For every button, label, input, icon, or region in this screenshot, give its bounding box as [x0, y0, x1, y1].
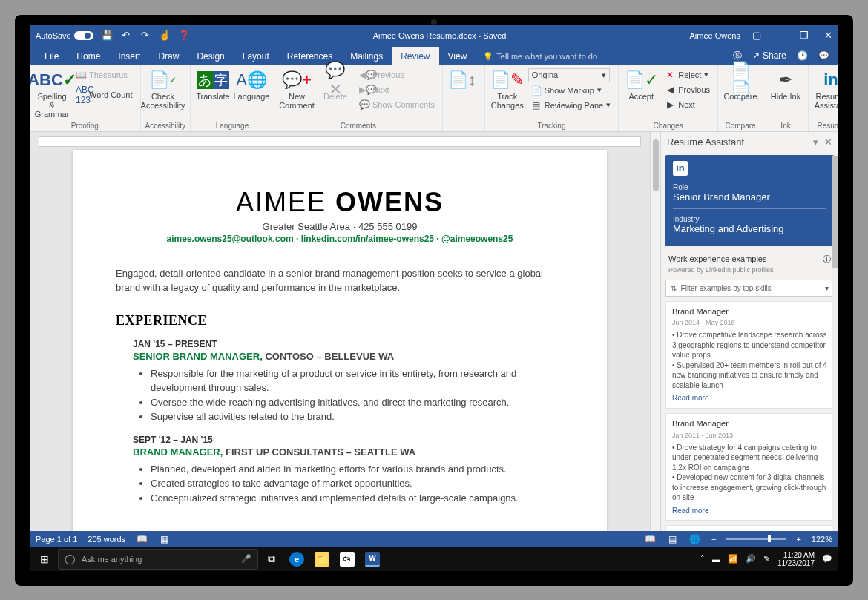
- document-area[interactable]: AIMEE OWENS Greater Seattle Area · 425 5…: [30, 132, 650, 531]
- web-layout-icon[interactable]: 🌐: [689, 533, 701, 545]
- job-title-line: SENIOR BRAND MANAGER, CONTOSO – BELLEVUE…: [133, 351, 564, 362]
- show-markup-button[interactable]: 📄Show Markup ▾: [528, 84, 614, 97]
- tab-view[interactable]: View: [439, 47, 476, 65]
- tab-design[interactable]: Design: [188, 47, 233, 65]
- previous-comment-button[interactable]: ◀💬Previous: [356, 68, 438, 82]
- vertical-scrollbar[interactable]: [650, 132, 660, 531]
- pen-icon[interactable]: ✎: [763, 554, 770, 564]
- taskbar-app-explorer[interactable]: 📁: [310, 547, 334, 571]
- compare-button[interactable]: 📄📄 Compare: [723, 68, 758, 102]
- zoom-level[interactable]: 122%: [812, 535, 832, 544]
- print-layout-icon[interactable]: ▤: [667, 533, 679, 545]
- pane-scrollbar[interactable]: [832, 156, 838, 527]
- thesaurus-button[interactable]: 📖Thesaurus: [73, 68, 136, 82]
- filter-skills-dropdown[interactable]: ⇅ Filter examples by top skills ▾: [665, 280, 834, 297]
- reject-button[interactable]: ✕Reject ▾: [662, 68, 713, 82]
- zoom-out-icon[interactable]: −: [711, 535, 716, 544]
- word-count-button[interactable]: ABC123Word Count: [73, 83, 136, 107]
- wifi-icon[interactable]: 📶: [728, 554, 738, 564]
- track-changes-button[interactable]: 📄✎ Track Changes: [490, 68, 525, 111]
- action-center-icon[interactable]: 💬: [822, 554, 832, 564]
- accessibility-icon: 📄✓: [149, 70, 177, 90]
- industry-value[interactable]: Marketing and Advertising: [673, 223, 826, 234]
- new-comment-button[interactable]: 💬+ New Comment: [279, 68, 315, 111]
- language-button[interactable]: A🌐 Language: [234, 68, 269, 102]
- hide-ink-button[interactable]: ✒ Hide Ink: [768, 68, 803, 102]
- undo-icon[interactable]: ↶: [120, 30, 132, 42]
- display-for-review-dropdown[interactable]: Original▾: [528, 68, 610, 82]
- comments-toggle-icon[interactable]: 💬: [818, 50, 829, 61]
- user-name[interactable]: Aimee Owens: [690, 31, 740, 40]
- tab-draw[interactable]: Draw: [149, 47, 188, 65]
- tray-chevron-icon[interactable]: ˄: [700, 554, 705, 564]
- zoom-in-icon[interactable]: +: [796, 535, 800, 544]
- example-title: Brand Manager: [672, 306, 827, 317]
- example-bullet: • Developed new content for 3 digital ch…: [672, 472, 827, 503]
- check-accessibility-button[interactable]: 📄✓ Check Accessibility: [145, 68, 181, 111]
- cortana-search[interactable]: ◯ Ask me anything 🎤: [58, 549, 258, 570]
- volume-icon[interactable]: 🔊: [746, 554, 756, 564]
- share-button[interactable]: ↗ Share: [752, 50, 786, 61]
- read-mode-icon[interactable]: 📖: [645, 533, 657, 545]
- experience-example-card: Brand Manager Jan 2011 - Jun 2013 • Drov…: [665, 413, 834, 521]
- tab-review[interactable]: Review: [392, 47, 438, 65]
- info-icon[interactable]: ⓘ: [823, 254, 831, 265]
- tab-insert[interactable]: Insert: [109, 47, 149, 65]
- next-change-button[interactable]: ▶Next: [662, 98, 713, 111]
- wordcount-icon: ABC123: [76, 85, 86, 105]
- autosave-toggle[interactable]: AutoSave: [36, 31, 93, 40]
- pane-close-icon[interactable]: ✕: [824, 136, 832, 148]
- tab-file[interactable]: File: [36, 47, 68, 65]
- taskbar-app-word[interactable]: W: [361, 547, 384, 571]
- delete-comment-button[interactable]: 💬✕ Delete: [318, 68, 353, 102]
- battery-icon[interactable]: ▬: [712, 555, 720, 564]
- simple-markup-toggle[interactable]: 📄↕: [444, 68, 480, 92]
- resume-assistant-button[interactable]: in Resume Assistant: [813, 68, 838, 111]
- taskbar-app-edge[interactable]: e: [285, 547, 309, 571]
- resume-group-label: Resume: [813, 120, 838, 130]
- tab-home[interactable]: Home: [68, 47, 109, 65]
- horizontal-ruler[interactable]: [39, 136, 641, 147]
- reviewing-pane-button[interactable]: ▤Reviewing Pane ▾: [528, 99, 614, 112]
- page-indicator[interactable]: Page 1 of 1: [36, 535, 77, 544]
- close-icon[interactable]: ✕: [821, 28, 835, 43]
- show-comments-button[interactable]: 💬Show Comments: [356, 98, 438, 111]
- job-title-line: BRAND MANAGER, FIRST UP CONSULTANTS – SE…: [133, 446, 564, 458]
- reviewing-pane-icon: ▤: [531, 100, 542, 111]
- tell-me-search[interactable]: 💡 Tell me what you want to do: [476, 48, 605, 65]
- help-icon[interactable]: ❓: [178, 30, 190, 42]
- resume-links-line: aimee.owens25@outlook.com · linkedin.com…: [116, 234, 564, 244]
- translate-button[interactable]: あ字 Translate: [195, 68, 231, 102]
- history-icon[interactable]: 🕑: [797, 50, 808, 61]
- previous-change-button[interactable]: ◀Previous: [662, 83, 713, 96]
- chevron-down-icon: ▾: [825, 284, 829, 292]
- minimize-icon[interactable]: —: [773, 28, 788, 43]
- spelling-grammar-button[interactable]: ABC✓ Spelling & Grammar: [34, 68, 70, 120]
- spellcheck-status-icon[interactable]: 📖: [136, 533, 148, 545]
- start-button[interactable]: ⊞: [33, 547, 56, 571]
- tab-layout[interactable]: Layout: [234, 47, 278, 65]
- taskbar-app-store[interactable]: 🛍: [335, 547, 359, 571]
- task-view-button[interactable]: ⧉: [260, 547, 283, 571]
- redo-icon[interactable]: ↷: [139, 30, 151, 42]
- word-count-indicator[interactable]: 205 words: [88, 535, 125, 544]
- zoom-slider[interactable]: [726, 538, 786, 540]
- ribbon-display-icon[interactable]: ▢: [749, 28, 764, 43]
- microphone-icon[interactable]: 🎤: [241, 554, 251, 564]
- macro-status-icon[interactable]: ▦: [158, 533, 170, 545]
- save-icon[interactable]: 💾: [101, 30, 113, 42]
- pane-dropdown-icon[interactable]: ▾: [813, 136, 818, 148]
- read-more-link[interactable]: Read more: [672, 506, 827, 516]
- role-value[interactable]: Senior Brand Manager: [673, 191, 826, 202]
- next-comment-button[interactable]: ▶💬Next: [356, 83, 438, 96]
- accept-button[interactable]: 📄✓ Accept: [623, 68, 659, 102]
- work-experience-heading: Work experience examples: [668, 254, 766, 263]
- document-page[interactable]: AIMEE OWENS Greater Seattle Area · 425 5…: [73, 150, 607, 531]
- title-bar: AutoSave 💾 ↶ ↷ ☝ ❓ Aimee Owens Resume.do…: [30, 25, 838, 46]
- read-more-link[interactable]: Read more: [672, 393, 827, 403]
- job-bullet: Responsible for the marketing of a produ…: [151, 366, 564, 395]
- touch-mode-icon[interactable]: ☝: [159, 30, 171, 42]
- system-clock[interactable]: 11:20 AM 11/23/2017: [777, 551, 815, 567]
- edge-icon: e: [289, 552, 304, 567]
- restore-icon[interactable]: ❐: [797, 28, 812, 43]
